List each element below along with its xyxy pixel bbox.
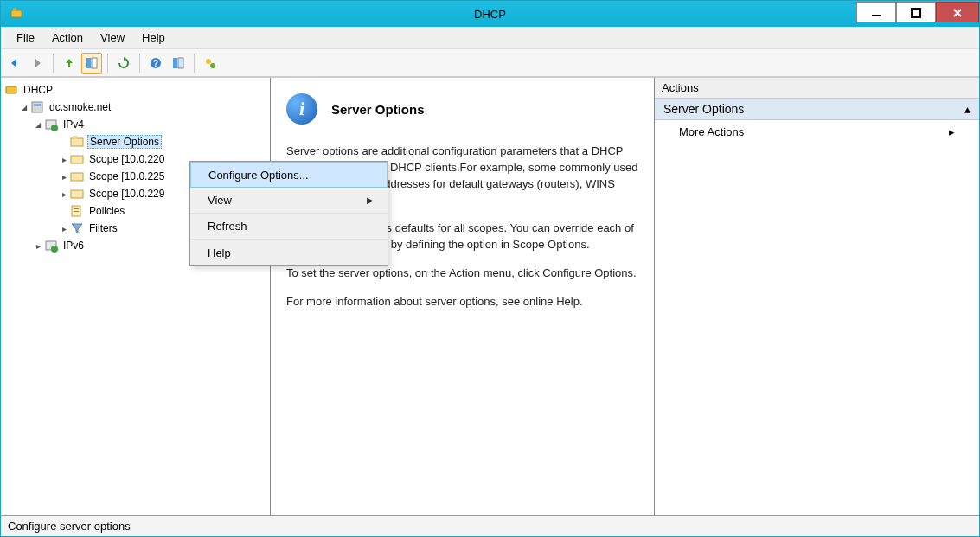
window-title: DHCP <box>474 8 506 21</box>
tree-server[interactable]: dc.smoke.net <box>4 99 266 116</box>
forward-button[interactable] <box>27 53 48 74</box>
close-button[interactable] <box>936 2 979 22</box>
folder-icon <box>70 152 84 166</box>
toolbar-separator <box>53 54 54 73</box>
svg-rect-22 <box>71 173 83 181</box>
ctx-label: Configure Options... <box>208 169 309 182</box>
ctx-label: Refresh <box>208 220 247 233</box>
tree-label: Server Options <box>87 135 162 149</box>
actions-item-label: More Actions <box>679 125 744 138</box>
svg-rect-20 <box>73 136 77 139</box>
main-paragraph: To set the server options, on the Action… <box>286 265 638 282</box>
main-pane: i Server Options Server options are addi… <box>271 78 655 515</box>
ipv6-icon <box>44 239 58 253</box>
ctx-view[interactable]: View ▶ <box>190 188 388 214</box>
tree-label: IPv6 <box>61 240 86 252</box>
tree-label: DHCP <box>22 84 54 96</box>
actions-section-label: Server Options <box>663 102 744 116</box>
svg-rect-2 <box>872 15 881 16</box>
svg-rect-11 <box>178 58 183 68</box>
expander-icon[interactable] <box>58 188 70 200</box>
show-hide-tree-button[interactable] <box>81 53 102 74</box>
actions-header: Actions <box>655 78 979 99</box>
ctx-help[interactable]: Help <box>190 240 388 265</box>
tree-root-dhcp[interactable]: DHCP <box>4 81 266 99</box>
expander-spacer <box>58 136 70 148</box>
folder-icon <box>70 169 84 183</box>
app-icon <box>8 5 25 22</box>
main-title: Server Options <box>331 102 425 117</box>
svg-rect-10 <box>173 58 177 68</box>
maximize-button[interactable] <box>896 2 936 22</box>
svg-rect-3 <box>912 9 920 17</box>
policies-icon <box>70 204 84 218</box>
chevron-right-icon: ▶ <box>367 195 374 205</box>
titlebar[interactable]: DHCP <box>1 1 979 27</box>
expander-icon[interactable] <box>18 101 30 113</box>
back-button[interactable] <box>4 53 25 74</box>
svg-rect-21 <box>71 156 83 163</box>
menu-view[interactable]: View <box>92 29 133 47</box>
tree-label: IPv4 <box>61 118 86 131</box>
refresh-button[interactable] <box>113 53 134 74</box>
window-controls <box>856 1 979 27</box>
help-button[interactable]: ? <box>145 53 166 74</box>
actions-pane: Actions Server Options ▴ More Actions ▸ <box>655 78 979 515</box>
statusbar: Configure server options <box>1 515 979 536</box>
ctx-configure-options[interactable]: Configure Options... <box>190 162 388 188</box>
content-area: DHCP dc.smoke.net IPv4 Server Options Sc <box>1 77 979 515</box>
ctx-label: View <box>208 194 232 207</box>
properties-button[interactable] <box>168 53 189 74</box>
actions-section-server-options[interactable]: Server Options ▴ <box>655 99 979 120</box>
svg-rect-7 <box>92 58 97 68</box>
svg-point-18 <box>51 125 58 131</box>
folder-icon <box>70 187 84 201</box>
svg-rect-16 <box>34 104 41 106</box>
menu-help[interactable]: Help <box>133 29 174 47</box>
up-button[interactable] <box>59 53 80 74</box>
svg-rect-26 <box>74 211 79 212</box>
server-icon <box>30 100 44 114</box>
svg-point-12 <box>206 59 211 64</box>
tree-ipv4[interactable]: IPv4 <box>4 116 266 133</box>
tree-label: Scope [10.0.220 <box>87 153 166 165</box>
tree-server-options[interactable]: Server Options <box>4 133 266 150</box>
tree-label: Scope [10.0.225 <box>87 170 166 182</box>
statusbar-text: Configure server options <box>8 520 131 533</box>
main-header: i Server Options <box>286 93 638 125</box>
tree-label: Policies <box>87 205 126 217</box>
tree-label: Scope [10.0.229 <box>87 188 166 200</box>
actions-more-actions[interactable]: More Actions ▸ <box>655 120 979 144</box>
menu-action[interactable]: Action <box>43 29 92 47</box>
dhcp-icon <box>4 83 18 97</box>
main-paragraph: For more information about server option… <box>286 294 638 310</box>
ipv4-icon <box>44 118 58 131</box>
menubar: File Action View Help <box>1 27 979 49</box>
toolbar-separator <box>194 54 195 73</box>
expander-icon[interactable] <box>58 153 70 165</box>
svg-rect-23 <box>71 190 83 198</box>
svg-rect-0 <box>11 10 22 17</box>
svg-point-28 <box>51 246 58 253</box>
svg-text:?: ? <box>153 59 158 68</box>
expander-spacer <box>58 205 70 217</box>
ctx-label: Help <box>208 246 231 259</box>
expander-icon[interactable] <box>32 240 44 252</box>
menu-file[interactable]: File <box>8 29 43 47</box>
collapse-icon: ▴ <box>964 102 970 116</box>
expander-icon[interactable] <box>58 222 70 234</box>
svg-rect-14 <box>6 86 16 93</box>
manage-button[interactable] <box>200 53 221 74</box>
expander-icon[interactable] <box>58 170 70 182</box>
expander-icon[interactable] <box>32 118 44 131</box>
svg-rect-19 <box>71 138 83 146</box>
ctx-refresh[interactable]: Refresh <box>190 214 388 240</box>
filters-icon <box>70 221 84 235</box>
chevron-right-icon: ▸ <box>949 125 955 138</box>
info-icon: i <box>286 93 317 125</box>
minimize-button[interactable] <box>856 2 896 22</box>
tree-pane[interactable]: DHCP dc.smoke.net IPv4 Server Options Sc <box>1 78 271 515</box>
svg-rect-6 <box>86 58 91 68</box>
svg-rect-15 <box>32 102 42 112</box>
toolbar-separator <box>107 54 108 73</box>
